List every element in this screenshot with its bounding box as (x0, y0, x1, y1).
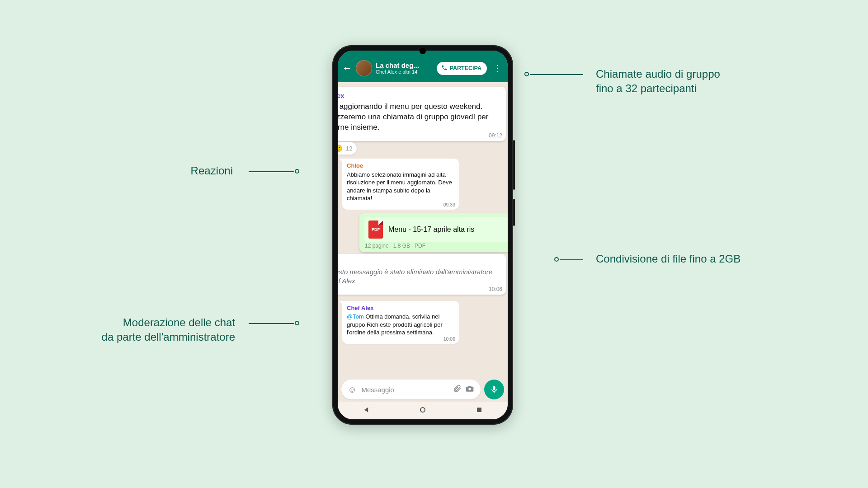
message-text: @Tom Ottima domanda, scrivila nel gruppo… (347, 313, 454, 337)
callout-moderation: Moderazione delle chat da parte dell'amm… (54, 315, 235, 345)
svg-point-1 (420, 408, 425, 412)
file-message-bubble[interactable]: PDF Menu - 15-17 aprile alta ris 12 pagi… (359, 213, 508, 252)
callout-dot (554, 257, 559, 262)
input-bar: ☺ Messaggio (341, 380, 504, 399)
svg-rect-2 (477, 408, 481, 412)
phone-screen: ← La chat deg... Chef Alex e altri 14 PA… (338, 51, 508, 419)
message-3-container: PDF Menu - 15-17 aprile alta ris 12 pagi… (342, 213, 503, 250)
message-4-container: Tom Questo messaggio è stato eliminato d… (342, 254, 503, 297)
message-time: 09:12 (489, 132, 502, 139)
callout-dot (524, 72, 529, 76)
chat-subtitle: Chef Alex e altri 14 (376, 69, 419, 75)
message-placeholder: Messaggio (359, 386, 451, 394)
nav-recent-icon[interactable] (476, 407, 482, 415)
message-time: 10:06 (443, 336, 455, 342)
chat-header: ← La chat deg... Chef Alex e altri 14 PA… (338, 51, 508, 82)
phone-frame: ← La chat deg... Chef Alex e altri 14 PA… (332, 45, 513, 425)
reaction-count: 12 (346, 145, 352, 152)
message-time: 09:33 (443, 202, 455, 208)
nav-back-icon[interactable] (363, 407, 369, 415)
message-sender: Tom (338, 258, 500, 267)
callout-dot (295, 169, 299, 174)
attachment-icon[interactable] (451, 384, 463, 395)
callout-group-calls: Chiamate audio di gruppo fino a 32 parte… (596, 67, 777, 96)
chat-title: La chat deg... (376, 61, 419, 69)
camera-notch (420, 48, 426, 54)
nav-home-icon[interactable] (420, 407, 426, 415)
callout-line (560, 259, 583, 260)
deleted-message-text: Questo messaggio è stato eliminato dall'… (338, 267, 500, 286)
mic-button[interactable] (484, 380, 504, 399)
file-attachment[interactable]: PDF Menu - 15-17 aprile alta ris (364, 217, 508, 242)
phone-icon (441, 65, 448, 72)
android-nav-bar (338, 402, 508, 419)
reaction-emoji: 🙂 (338, 144, 343, 153)
join-call-label: PARTECIPA (450, 65, 481, 71)
message-bubble[interactable]: Chef Alex Stiamo aggiornando il menu per… (338, 87, 506, 141)
more-menu-icon[interactable]: ⋮ (491, 63, 503, 74)
message-bubble[interactable]: Chloe Abbiamo selezionato immagini ad al… (342, 159, 459, 210)
deleted-message-bubble[interactable]: Tom Questo messaggio è stato eliminato d… (338, 254, 506, 295)
group-avatar[interactable] (356, 60, 372, 76)
file-name: Menu - 15-17 aprile alta ris (388, 225, 474, 235)
callout-line (249, 323, 294, 324)
callout-reactions: Reazioni (111, 164, 233, 178)
message-time: 10:06 (489, 286, 502, 293)
emoji-icon[interactable]: ☺ (346, 385, 359, 395)
mention: @Tom (347, 313, 364, 320)
callout-dot (295, 321, 299, 325)
message-sender: Chef Alex (347, 304, 454, 312)
message-text: Stiamo aggiornando il menu per questo we… (338, 102, 500, 133)
header-text[interactable]: La chat deg... Chef Alex e altri 14 (376, 61, 419, 75)
message-sender: Chef Alex (338, 91, 500, 100)
reactions-pill[interactable]: 👍 🙏 🙂 12 (338, 142, 357, 155)
back-icon[interactable]: ← (342, 62, 352, 74)
callout-line (530, 74, 583, 75)
camera-icon[interactable] (463, 384, 476, 395)
callout-file-sharing: Condivisione di file fino a 2GB (596, 252, 799, 266)
message-sender: Chloe (347, 162, 454, 170)
chat-body: Chef Alex Stiamo aggiornando il menu per… (338, 82, 508, 378)
file-meta: 12 pagine · 1.8 GB · PDF (365, 242, 425, 249)
svg-point-0 (468, 388, 471, 390)
callout-line (249, 171, 294, 172)
pdf-icon: PDF (368, 221, 383, 239)
join-call-button[interactable]: PARTECIPA (437, 62, 487, 75)
message-bubble[interactable]: Chef Alex @Tom Ottima domanda, scrivila … (342, 301, 459, 344)
message-1-container: Chef Alex Stiamo aggiornando il menu per… (342, 87, 503, 155)
message-text: Abbiamo selezionato immagini ad alta ris… (347, 171, 454, 202)
message-input[interactable]: ☺ Messaggio (341, 380, 481, 399)
